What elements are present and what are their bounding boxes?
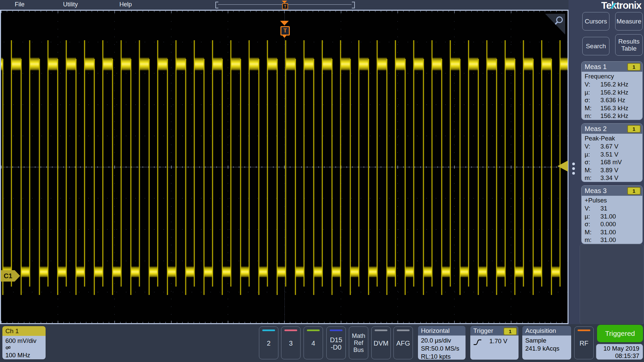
digital-channels-button[interactable]: D15 -D0 <box>326 326 346 359</box>
dvm-color-bar <box>375 329 387 331</box>
oscilloscope-screen: File Utility Help T Tektronix T C1 Curso… <box>0 0 644 362</box>
menu-bar: File Utility Help T <box>0 0 569 10</box>
date-text: 10 May 2019 <box>596 345 639 352</box>
trigger-marker-caret-icon[interactable] <box>280 21 289 25</box>
trigger-status-indicator: Triggered <box>597 325 643 342</box>
tektronix-logo: Tektronix <box>601 0 641 11</box>
waveform-canvas[interactable] <box>1 11 568 323</box>
meas2-row-stddev: σ:168 mV <box>585 158 642 166</box>
meas3-row-min: m:31.00 <box>585 236 642 244</box>
meas3-source-badge: 1 <box>627 187 641 195</box>
horizontal-badge[interactable]: Horizontal 20.0 µs/div SR:50.0 MS/s RL:1… <box>418 325 466 360</box>
trigger-position-caret-icon[interactable] <box>282 1 287 3</box>
meas1-row-stddev: σ:3.636 Hz <box>585 96 642 104</box>
channel1-badge[interactable]: Ch 1 600 mV/div 100 MHz <box>2 326 46 360</box>
meas1-source-badge: 1 <box>627 63 641 71</box>
channel2-color-bar <box>262 329 275 331</box>
acquisition-window-left-bracket <box>215 2 218 8</box>
trigger-marker-badge[interactable]: T <box>280 26 290 36</box>
acquisition-window-right-bracket <box>352 2 355 8</box>
acquisition-mode: Sample <box>525 337 571 345</box>
channel4-button[interactable]: 4 <box>304 326 323 359</box>
dvm-button[interactable]: DVM <box>371 326 391 359</box>
meas3-title: Meas 3 <box>585 187 607 194</box>
badge-well-empty <box>580 244 644 324</box>
trigger-badge[interactable]: Trigger 1 1.70 V <box>470 325 519 360</box>
channel1-badge-title: Ch 1 <box>2 326 46 336</box>
channel2-button[interactable]: 2 <box>259 326 278 359</box>
meas1-row-mean: µ:156.2 kHz <box>585 88 642 97</box>
meas3-name: +Pulses <box>585 196 642 204</box>
afg-color-bar <box>397 329 410 331</box>
probe-icon <box>5 345 11 351</box>
cursors-button[interactable]: Cursors <box>582 12 609 31</box>
waveform-display[interactable] <box>0 10 569 324</box>
horizontal-record-length: RL:10 kpts <box>421 353 466 360</box>
horizontal-scale: 20.0 µs/div <box>421 337 466 345</box>
meas1-row-value: V:156.2 kHz <box>585 80 642 88</box>
meas1-row-min: m:156.2 kHz <box>585 112 642 120</box>
channel4-color-bar <box>307 329 320 331</box>
meas1-name: Frequency <box>585 72 642 80</box>
channel1-bandwidth: 100 MHz <box>5 351 46 359</box>
panel-drag-handle[interactable] <box>571 161 576 175</box>
meas2-row-mean: µ:3.51 V <box>585 150 642 159</box>
trigger-source-badge: 1 <box>503 327 517 335</box>
meas3-row-value: V:31 <box>585 204 642 213</box>
measurement-panel-3[interactable]: Meas 3 1 +Pulses V:31 µ:31.00 σ:0.000 M:… <box>581 185 643 244</box>
datetime-display: 10 May 2019 08:15:37 <box>596 344 643 360</box>
channel3-button[interactable]: 3 <box>281 326 301 359</box>
afg-button[interactable]: AFG <box>393 326 413 359</box>
menu-utility[interactable]: Utility <box>63 1 78 8</box>
digital-color-bar <box>330 329 342 331</box>
meas2-name: Peak-Peak <box>585 134 642 142</box>
time-text: 08:15:37 <box>596 352 639 360</box>
meas1-row-max: M:156.3 kHz <box>585 104 642 112</box>
channel1-scale: 600 mV/div <box>5 337 46 345</box>
rf-color-bar <box>578 329 590 331</box>
acquisition-badge-title: Acquisition <box>522 326 571 336</box>
trigger-level: 1.70 V <box>489 338 507 345</box>
rising-edge-icon <box>473 338 482 346</box>
math-ref-bus-button[interactable]: Math Ref Bus <box>349 326 368 359</box>
trigger-badge-title: Trigger <box>473 327 493 334</box>
meas2-row-min: m:3.34 V <box>585 174 642 182</box>
meas3-row-mean: µ:31.00 <box>585 213 642 221</box>
horizontal-sample-rate: SR:50.0 MS/s <box>421 345 466 353</box>
meas1-title: Meas 1 <box>585 63 607 70</box>
acquisition-badge[interactable]: Acquisition Sample 241.9 kAcqs <box>522 325 572 360</box>
horizontal-badge-title: Horizontal <box>418 326 466 336</box>
results-table-button[interactable]: Results Table <box>615 34 643 56</box>
meas2-row-max: M:3.89 V <box>585 166 642 174</box>
menu-help[interactable]: Help <box>119 1 132 8</box>
meas2-row-value: V:3.67 V <box>585 142 642 150</box>
trigger-position-indicator[interactable]: T <box>282 3 288 9</box>
acquisition-count: 241.9 kAcqs <box>525 345 571 353</box>
meas2-title: Meas 2 <box>585 125 607 132</box>
meas3-row-max: M:31.00 <box>585 228 642 236</box>
channel3-color-bar <box>284 329 297 331</box>
menu-file[interactable]: File <box>15 1 24 8</box>
measurement-panel-1[interactable]: Meas 1 1 Frequency V:156.2 kHz µ:156.2 k… <box>581 61 643 120</box>
bottom-bar: Ch 1 600 mV/div 100 MHz 2 3 4 <box>0 324 644 362</box>
meas2-source-badge: 1 <box>627 125 641 133</box>
search-button[interactable]: Search <box>582 37 609 55</box>
trigger-marker-tail-icon <box>282 36 286 38</box>
measurement-panel-2[interactable]: Meas 2 1 Peak-Peak V:3.67 V µ:3.51 V σ:1… <box>581 123 643 182</box>
measure-button[interactable]: Measure <box>615 12 643 31</box>
rf-button[interactable]: RF <box>574 326 594 359</box>
meas3-row-stddev: σ:0.000 <box>585 220 642 228</box>
